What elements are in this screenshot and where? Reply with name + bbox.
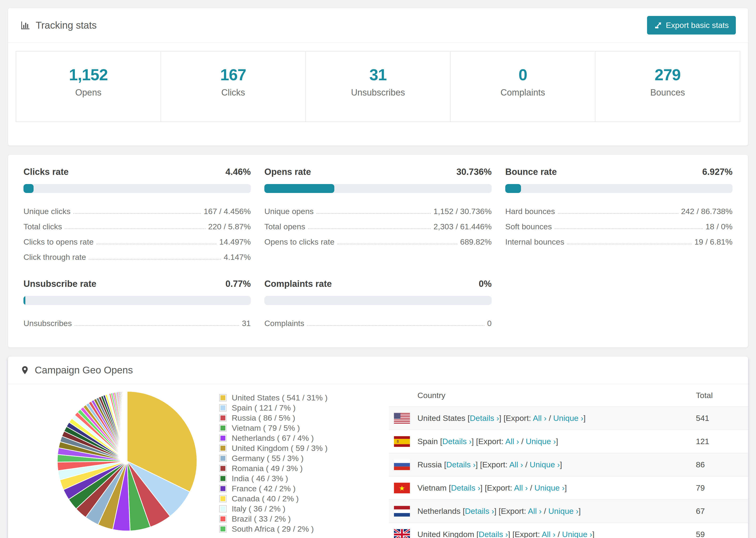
legend-item: Netherlands ( 67 / 4% ) (219, 433, 389, 443)
geo-table-row-ru: Russia [Details ›] [Export: All › / Uniq… (389, 453, 748, 476)
details-link[interactable]: Details › (465, 507, 494, 515)
details-link[interactable]: Details › (470, 413, 499, 422)
total-cell: 121 (696, 437, 748, 446)
export-unique-link[interactable]: Unique › (534, 483, 565, 492)
geo-opens-card: Campaign Geo Opens United States ( 541 /… (8, 356, 748, 538)
rate-row-label: Complaints (264, 319, 304, 328)
legend-swatch (219, 435, 227, 442)
rate-stat-row: Internal bounces 19 / 6.81% (505, 234, 732, 249)
details-link[interactable]: Details › (446, 460, 476, 469)
rate-progress-fill (505, 184, 521, 193)
stat-value: 279 (595, 66, 740, 84)
clicks-rate-block: Clicks rate 4.46%Unique clicks 167 / 4.4… (24, 167, 251, 265)
legend-item: Russia ( 86 / 5% ) (219, 413, 389, 423)
legend-label: Netherlands ( 67 / 4% ) (232, 434, 314, 443)
rate-title: Clicks rate (24, 167, 69, 177)
summary-stats-group: 1,152 Opens167 Clicks31 Unsubscribes0 Co… (16, 51, 740, 122)
country-links: Spain [Details ›] [Export: All › / Uniqu… (417, 437, 558, 446)
rate-row-label: Unsubscribes (24, 319, 72, 328)
rate-stat-row: Unsubscribes 31 (24, 316, 251, 331)
tracking-stats-header: Tracking stats Export basic stats (8, 8, 748, 43)
rate-row-value: 220 / 5.87% (208, 222, 251, 231)
export-unique-link[interactable]: Unique › (553, 413, 583, 422)
legend-item: India ( 46 / 3% ) (219, 473, 389, 484)
rate-row-value: 18 / 0% (706, 222, 732, 231)
map-pin-icon (20, 365, 29, 375)
export-basic-stats-button[interactable]: Export basic stats (647, 16, 736, 34)
export-unique-link[interactable]: Unique › (530, 460, 560, 469)
details-link[interactable]: Details › (442, 437, 472, 446)
export-unique-link[interactable]: Unique › (526, 437, 556, 446)
country-links: United Kingdom [Details ›] [Export: All … (417, 530, 594, 538)
rate-progress-track (264, 296, 492, 305)
rate-stat-row: Unique clicks 167 / 4.456% (24, 204, 251, 219)
legend-label: Germany ( 55 / 3% ) (232, 454, 303, 463)
export-all-link[interactable]: All › (528, 507, 542, 515)
legend-item: United States ( 541 / 31% ) (219, 393, 389, 403)
legend-item: France ( 42 / 2% ) (219, 484, 389, 494)
country-links: Vietnam [Details ›] [Export: All › / Uni… (417, 483, 567, 493)
geo-table-row-us: United States [Details ›] [Export: All ›… (389, 406, 748, 430)
export-all-link[interactable]: All › (514, 483, 528, 492)
legend-item: South Africa ( 29 / 2% ) (219, 524, 389, 534)
legend-swatch (219, 495, 227, 502)
export-all-link[interactable]: All › (533, 413, 547, 422)
legend-item: United Kingdom ( 59 / 3% ) (219, 443, 389, 453)
total-cell: 67 (696, 507, 748, 516)
export-label: Export: (514, 530, 540, 538)
geo-table-header: Country Total (389, 384, 748, 406)
country-cell: Vietnam [Details ›] [Export: All › / Uni… (389, 483, 696, 493)
legend-swatch (219, 465, 227, 472)
rate-stat-row: Total clicks 220 / 5.87% (24, 219, 251, 234)
export-label: Export: (487, 483, 512, 492)
vn-flag-icon (394, 483, 410, 493)
rate-row-label: Opens to clicks rate (264, 237, 335, 246)
country-cell: Netherlands [Details ›] [Export: All › /… (389, 506, 696, 517)
export-all-link[interactable]: All › (505, 437, 519, 446)
details-link[interactable]: Details › (451, 483, 480, 492)
legend-label: Italy ( 36 / 2% ) (232, 504, 286, 513)
rate-row-value: 31 (242, 319, 251, 328)
dotted-leader (96, 243, 216, 244)
rate-progress-track (505, 184, 732, 193)
geo-legend: United States ( 541 / 31% )Spain ( 121 /… (219, 384, 389, 534)
legend-swatch (219, 525, 227, 533)
dotted-leader (558, 213, 678, 214)
rate-value: 0% (479, 279, 492, 289)
rate-row-label: Total clicks (24, 222, 62, 231)
total-cell: 541 (696, 413, 748, 423)
country-links: Russia [Details ›] [Export: All › / Uniq… (417, 460, 562, 469)
export-all-link[interactable]: All › (509, 460, 523, 469)
country-name: Netherlands (417, 507, 460, 515)
rates-card: Clicks rate 4.46%Unique clicks 167 / 4.4… (8, 154, 748, 348)
es-flag-icon (394, 436, 410, 447)
rate-progress-track (264, 184, 492, 193)
geo-table-row-es: Spain [Details ›] [Export: All › / Uniqu… (389, 430, 748, 453)
details-link[interactable]: Details › (479, 530, 508, 538)
geo-table-row-gb: United Kingdom [Details ›] [Export: All … (389, 522, 748, 538)
export-unique-link[interactable]: Unique › (549, 507, 579, 515)
rate-stat-row: Click through rate 4.147% (24, 249, 251, 265)
stat-label: Complaints (451, 87, 595, 98)
export-all-link[interactable]: All › (542, 530, 556, 538)
rate-stat-row: Complaints 0 (264, 316, 492, 331)
rate-row-label: Hard bounces (505, 207, 555, 216)
rates-grid: Clicks rate 4.46%Unique clicks 167 / 4.4… (16, 167, 740, 331)
nl-flag-icon (394, 506, 410, 517)
stat-label: Clicks (161, 87, 305, 98)
stat-value: 167 (161, 66, 305, 84)
country-cell: Spain [Details ›] [Export: All › / Uniqu… (389, 436, 696, 447)
rate-progress-fill (24, 296, 26, 305)
page: Tracking stats Export basic stats 1,152 … (8, 8, 748, 538)
legend-item: Spain ( 121 / 7% ) (219, 403, 389, 413)
export-unique-link[interactable]: Unique › (562, 530, 592, 538)
rate-row-label: Click through rate (24, 252, 86, 262)
legend-label: Brazil ( 33 / 2% ) (232, 514, 291, 523)
rate-title: Unsubscribe rate (24, 279, 96, 289)
legend-swatch (219, 505, 227, 512)
legend-swatch (219, 485, 227, 492)
bar-chart-icon (20, 20, 30, 30)
dotted-leader (316, 213, 431, 214)
rate-progress-fill (264, 184, 334, 193)
summary-stat-clicks: 167 Clicks (161, 51, 306, 122)
